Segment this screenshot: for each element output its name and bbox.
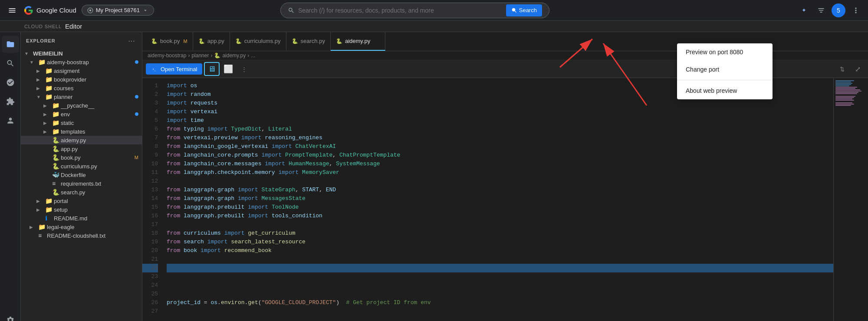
folder-pycache[interactable]: ▶ 📁 __pycache__ <box>21 101 142 110</box>
avatar[interactable]: 5 <box>832 3 845 17</box>
folder-setup[interactable]: ▶ 📁 setup <box>21 205 142 214</box>
file-curriculums-py[interactable]: 🐍 curriculums.py <box>21 162 142 170</box>
project-selector[interactable]: My Project 58761 <box>82 5 154 16</box>
tab-book-py[interactable]: 🐍 book.py M <box>146 32 193 51</box>
folder-env[interactable]: ▶ 📁 env <box>21 110 142 118</box>
folder-aidemy-boostrap[interactable]: ▼ 📁 aidemy-boostrap <box>21 58 142 66</box>
folder-templates[interactable]: ▶ 📁 templates <box>21 127 142 136</box>
git-icon[interactable] <box>2 74 19 91</box>
file-readme-cloudshell[interactable]: ≡ README-cloudshell.txt <box>21 231 142 240</box>
svg-point-1 <box>89 9 91 11</box>
code-content[interactable]: import os import random import requests … <box>163 78 833 321</box>
search-btn-icon <box>511 7 517 13</box>
editor-more-icon[interactable]: ⋮ <box>237 62 251 76</box>
settings-icon[interactable] <box>2 311 19 321</box>
expand-icon[interactable]: ⤢ <box>851 62 865 76</box>
tab-app-py[interactable]: 🐍 app.py <box>193 32 230 51</box>
folder-portal[interactable]: ▶ 📁 portal <box>21 197 142 205</box>
folder-legal-eagle[interactable]: ▶ 📁 legal-eagle <box>21 223 142 231</box>
notifications-icon[interactable] <box>814 3 828 17</box>
modified-dot <box>135 95 138 98</box>
extensions-icon[interactable] <box>2 93 19 110</box>
topbar-right: ✦ 5 <box>797 3 863 17</box>
files-icon[interactable] <box>2 36 19 53</box>
chevron-down-icon <box>142 7 148 13</box>
file-readme-md[interactable]: ℹ README.md <box>21 214 142 223</box>
cloud-shell-label: CLOUD SHELL <box>24 24 62 29</box>
search-input[interactable] <box>298 7 503 14</box>
dropdown-menu: Preview on port 8080 Change port About w… <box>677 43 773 99</box>
folder-planner[interactable]: ▼ 📁 planner <box>21 92 142 101</box>
minimap <box>833 78 868 321</box>
modified-dot <box>135 112 138 116</box>
tab-search-py[interactable]: 🐍 search.py <box>286 32 331 51</box>
google-cloud-text: Google Cloud <box>36 7 76 14</box>
line-numbers: 12345 678910 1112131415 1617181920 21222… <box>142 78 163 321</box>
file-dockerfile[interactable]: 🐳 Dockerfile <box>21 170 142 179</box>
file-explorer: EXPLORER ⋯ ▼ WEIMEILIN ▼ 📁 aidemy-boostr… <box>21 32 142 321</box>
explorer-more-icon[interactable]: ⋯ <box>126 36 137 46</box>
split-editor-icon[interactable]: ⬜ <box>221 62 235 76</box>
folder-bookprovider[interactable]: ▶ 📁 bookprovider <box>21 75 142 84</box>
file-search-py[interactable]: 🐍 search.py <box>21 188 142 197</box>
hamburger-menu-icon[interactable] <box>5 3 19 17</box>
dropdown-divider <box>677 80 773 80</box>
cloud-shell-title: Editor <box>65 23 82 30</box>
file-aidemy-py[interactable]: 🐍 aidemy.py <box>21 136 142 144</box>
file-book-py[interactable]: 🐍 book.py M <box>21 153 142 162</box>
tab-aidemy-py[interactable]: 🐍 aidemy.py ✕ <box>331 32 385 51</box>
search-bar: Search <box>280 3 549 18</box>
explorer-tree: ▼ WEIMEILIN ▼ 📁 aidemy-boostrap ▶ 📁 assi… <box>21 49 142 321</box>
search-sidebar-icon[interactable] <box>2 55 19 72</box>
terminal-icon: >_ <box>151 66 158 72</box>
modified-dot <box>135 60 138 64</box>
topbar: Google Cloud My Project 58761 Search ✦ 5 <box>0 0 868 21</box>
folder-courses[interactable]: ▶ 📁 courses <box>21 84 142 92</box>
google-cloud-logo: Google Cloud <box>24 6 76 15</box>
file-requirements[interactable]: ≡ requirements.txt <box>21 179 142 188</box>
dropdown-about-preview[interactable]: About web preview <box>677 82 773 99</box>
search-button[interactable]: Search <box>506 4 542 16</box>
file-app-py[interactable]: 🐍 app.py <box>21 144 142 153</box>
code-editor: 12345 678910 1112131415 1617181920 21222… <box>142 78 868 321</box>
search-icon <box>288 7 295 14</box>
explorer-header: EXPLORER ⋯ <box>21 32 142 49</box>
more-options-icon[interactable] <box>849 3 863 17</box>
gemini-icon[interactable]: ✦ <box>797 3 811 17</box>
dropdown-preview-port[interactable]: Preview on port 8080 <box>677 43 773 61</box>
dropdown-change-port[interactable]: Change port <box>677 61 773 78</box>
chevron-icon: ▼ <box>24 51 31 56</box>
icon-sidebar <box>0 32 21 321</box>
folder-assigment[interactable]: ▶ 📁 assigment <box>21 66 142 75</box>
open-terminal-button[interactable]: >_ Open Terminal <box>146 63 202 75</box>
web-preview-icon[interactable]: 🖥 <box>204 62 220 76</box>
folder-static[interactable]: ▶ 📁 static <box>21 118 142 127</box>
collapse-icon[interactable]: ⇅ <box>835 62 849 76</box>
tree-root[interactable]: ▼ WEIMEILIN <box>21 49 142 58</box>
tab-curriculums-py[interactable]: 🐍 curriculums.py <box>230 32 286 51</box>
user-icon[interactable] <box>2 112 19 129</box>
svg-text:>_: >_ <box>152 68 156 71</box>
